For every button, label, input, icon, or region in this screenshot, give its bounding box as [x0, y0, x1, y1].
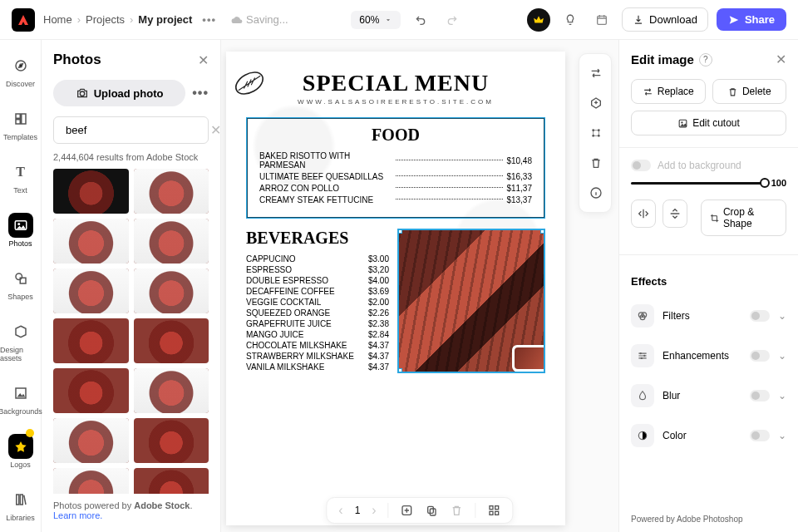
rail-backgrounds[interactable]: Backgrounds [0, 377, 41, 419]
lightbulb-button[interactable] [559, 8, 582, 32]
toggle-switch[interactable] [750, 310, 770, 322]
trash-button[interactable] [579, 149, 613, 177]
svg-point-31 [640, 352, 642, 354]
clear-search-button[interactable]: ✕ [210, 122, 221, 138]
food-row: BAKED RISOTTO WITH PARMESAN$10,48 [259, 151, 532, 170]
rail-text[interactable]: TText [0, 156, 41, 198]
results-count: 2,444,604 results from Adobe Stock [53, 152, 209, 162]
svg-rect-4 [16, 120, 20, 124]
food-section[interactable]: FOOD BAKED RISOTTO WITH PARMESAN$10,48UL… [246, 117, 545, 219]
svg-point-32 [643, 355, 645, 357]
chevron-down-icon[interactable]: ⌄ [778, 430, 786, 441]
powered-by: Photos powered by Adobe Stock. Learn mor… [53, 494, 209, 527]
food-heading: FOOD [259, 126, 532, 145]
redo-button[interactable] [441, 8, 464, 32]
toggle-switch[interactable] [750, 430, 770, 441]
search-input-wrap[interactable]: ✕ [53, 116, 209, 144]
close-panel-button[interactable]: ✕ [198, 52, 209, 68]
svg-rect-3 [21, 114, 25, 124]
design-canvas[interactable]: SPECIAL MENU WWW.SALSASOIREERESTO.SITE.C… [226, 52, 565, 525]
upload-more-button[interactable]: ••• [192, 86, 209, 101]
zoom-select[interactable]: 60% [351, 11, 401, 29]
sliders-icon [631, 344, 654, 367]
prev-page-button[interactable]: ‹ [338, 503, 342, 518]
premium-badge[interactable] [527, 8, 550, 32]
svg-rect-10 [16, 495, 18, 505]
photo-thumb[interactable] [53, 468, 129, 494]
photo-thumb[interactable] [134, 368, 209, 413]
ai-tools-button[interactable] [579, 119, 613, 147]
next-page-button[interactable]: › [372, 503, 376, 518]
edit-cutout-button[interactable]: Edit cutout [631, 111, 786, 135]
undo-button[interactable] [409, 8, 432, 32]
photo-thumb[interactable] [53, 418, 129, 463]
photo-thumb[interactable] [134, 169, 209, 214]
photo-thumb[interactable] [134, 468, 209, 494]
help-icon[interactable]: ? [699, 53, 712, 66]
swap-layout-button[interactable] [579, 59, 613, 87]
rail-templates[interactable]: Templates [0, 103, 41, 145]
fx-blur[interactable]: Blur ⌄ [631, 376, 786, 416]
share-button[interactable]: Share [717, 8, 786, 31]
search-input[interactable] [66, 124, 205, 136]
rail-design-assets[interactable]: Design assets [0, 316, 41, 366]
svg-point-7 [16, 273, 22, 280]
toggle-switch[interactable] [750, 350, 770, 362]
photo-thumb[interactable] [134, 219, 209, 264]
breadcrumb-home[interactable]: Home [43, 13, 72, 26]
photo-thumb[interactable] [134, 268, 209, 313]
camera-icon [76, 86, 89, 100]
upload-photo-button[interactable]: Upload photo [53, 80, 185, 106]
chevron-down-icon[interactable]: ⌄ [778, 310, 786, 322]
rail-libraries[interactable]: Libraries [0, 484, 41, 525]
photo-grid [53, 169, 209, 494]
info-button[interactable] [579, 179, 613, 207]
photo-thumb[interactable] [53, 268, 129, 313]
chevron-down-icon[interactable]: ⌄ [778, 390, 786, 401]
download-button[interactable]: Download [622, 7, 708, 32]
delete-page-button[interactable] [451, 504, 464, 517]
app-logo[interactable] [12, 8, 35, 32]
fx-enhancements[interactable]: Enhancements ⌄ [631, 336, 786, 376]
delete-button[interactable]: Delete [712, 79, 787, 104]
flip-vertical-button[interactable] [663, 200, 687, 228]
add-to-background-toggle[interactable]: Add to background [631, 160, 786, 171]
more-icon[interactable]: ••• [202, 13, 216, 26]
replace-button[interactable]: Replace [631, 79, 706, 104]
toggle-switch[interactable] [631, 160, 651, 171]
breadcrumb-current[interactable]: My project [138, 13, 192, 26]
chevron-down-icon[interactable]: ⌄ [778, 350, 786, 362]
rail-shapes[interactable]: Shapes [0, 263, 41, 304]
image-stack[interactable]: 10+ [512, 343, 545, 373]
svg-point-6 [17, 223, 20, 225]
food-row: CREAMY STEAK FETTUCINE$13,37 [259, 195, 532, 204]
photo-thumb[interactable] [53, 318, 129, 363]
opacity-slider[interactable]: 100 [631, 178, 786, 188]
toggle-switch[interactable] [750, 390, 770, 401]
right-title: Edit image [631, 52, 694, 66]
add-page-button[interactable] [401, 504, 414, 517]
blur-icon [631, 384, 654, 407]
photo-thumb[interactable] [53, 169, 129, 214]
photo-thumb[interactable] [134, 418, 209, 463]
learn-more-link[interactable]: Learn more. [53, 510, 102, 520]
photo-thumb[interactable] [134, 318, 209, 363]
svg-rect-0 [598, 16, 607, 24]
calendar-button[interactable] [590, 8, 613, 32]
fx-color[interactable]: Color ⌄ [631, 416, 786, 456]
breadcrumb-projects[interactable]: Projects [86, 13, 125, 26]
grid-view-button[interactable] [488, 504, 501, 517]
fx-filters[interactable]: Filters ⌄ [631, 296, 786, 336]
page-controls: ‹ 1 › [326, 497, 513, 524]
rail-discover[interactable]: Discover [0, 50, 41, 91]
rail-photos[interactable]: Photos [0, 209, 41, 251]
photo-thumb[interactable] [53, 368, 129, 413]
photo-thumb[interactable] [53, 219, 129, 264]
rail-logos[interactable]: Logos [0, 431, 41, 472]
duplicate-page-button[interactable] [426, 504, 439, 517]
flip-horizontal-button[interactable] [631, 200, 656, 228]
crop-shape-button[interactable]: Crop & Shape [701, 200, 786, 236]
close-right-panel-button[interactable]: ✕ [776, 52, 786, 67]
selected-image[interactable]: 10+ [397, 229, 545, 373]
add-shape-button[interactable] [579, 89, 613, 117]
